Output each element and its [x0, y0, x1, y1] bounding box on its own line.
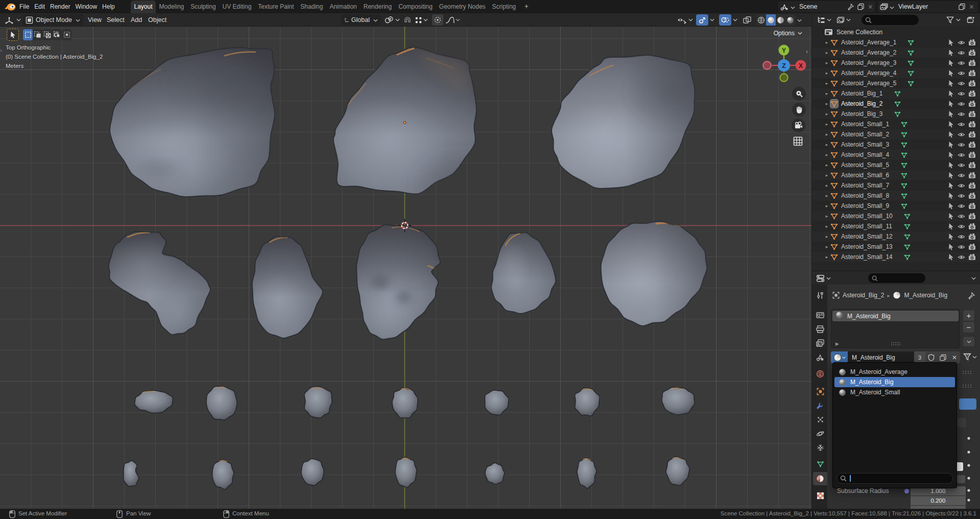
svg-text:Z: Z — [782, 62, 786, 69]
svg-text:Y: Y — [782, 47, 786, 54]
svg-text:X: X — [799, 62, 803, 69]
